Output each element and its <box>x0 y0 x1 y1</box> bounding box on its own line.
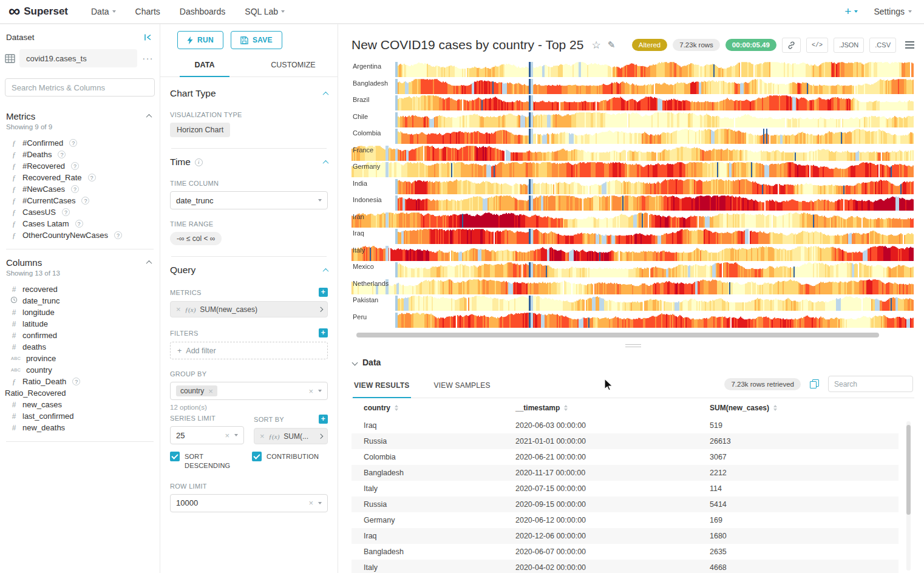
sort-descending-checkbox[interactable]: SORT DESCENDING <box>170 452 246 470</box>
tab-customize[interactable]: CUSTOMIZE <box>249 55 338 76</box>
column-item[interactable]: #longitude <box>5 307 155 318</box>
table-row[interactable]: Bangladesh2020-06-07 00:00:002635 <box>352 544 899 560</box>
remove-metric-icon[interactable]: × <box>176 305 181 313</box>
metric-item[interactable]: ƒ#Recovered? <box>5 160 155 172</box>
table-row[interactable]: Bangladesh2020-11-17 00:00:002212 <box>352 465 899 481</box>
column-item[interactable]: #deaths <box>5 341 155 353</box>
table-row[interactable]: Italy2020-04-02 00:00:004668 <box>352 560 899 573</box>
group-by-select[interactable]: country × × <box>170 382 328 400</box>
panel-resize-handle[interactable] <box>352 338 914 353</box>
sort-icon[interactable] <box>564 405 568 411</box>
horizontal-scrollbar-thumb[interactable] <box>356 333 879 337</box>
collapse-columns-icon[interactable] <box>146 260 152 266</box>
save-button[interactable]: SAVE <box>231 31 282 49</box>
metric-item[interactable]: ƒ#CurrentCases? <box>5 195 155 206</box>
add-filter-plus-button[interactable]: + <box>319 328 328 337</box>
table-row[interactable]: Italy2020-07-15 00:00:00114 <box>352 481 899 497</box>
column-item[interactable]: ƒRatio_Death? <box>5 376 155 387</box>
column-item[interactable]: ABCcountry <box>5 364 155 376</box>
add-sort-by-button[interactable]: + <box>319 415 328 424</box>
settings-menu[interactable]: Settings <box>874 7 912 16</box>
collapse-section-icon[interactable] <box>323 91 329 97</box>
tab-data[interactable]: DATA <box>160 55 249 76</box>
table-row[interactable]: Iraq2020-12-06 00:00:001680 <box>352 528 899 544</box>
copy-data-icon[interactable] <box>810 379 819 388</box>
column-item[interactable]: Ratio_Recovered <box>5 387 155 399</box>
collapse-section-icon[interactable] <box>323 268 329 274</box>
nav-item-charts[interactable]: Charts <box>135 7 160 16</box>
superset-logo-icon[interactable]: ∞ <box>8 3 20 19</box>
clear-select-icon[interactable]: × <box>308 499 313 507</box>
favorite-star-icon[interactable]: ☆ <box>591 39 600 52</box>
metric-chip[interactable]: × ƒ(x) SUM(new_cases) <box>170 301 328 317</box>
collapse-metrics-icon[interactable] <box>146 114 152 120</box>
altered-badge[interactable]: Altered <box>632 39 667 51</box>
table-row[interactable]: Germany2020-06-12 00:00:00169 <box>352 512 899 528</box>
nav-item-sql-lab[interactable]: SQL Lab <box>245 7 285 16</box>
time-range-chip[interactable]: -∞ ≤ col < ∞ <box>170 232 222 245</box>
metrics-columns-search[interactable] <box>5 78 155 97</box>
column-item[interactable]: #new_cases <box>5 399 155 410</box>
viz-type-chip[interactable]: Horizon Chart <box>170 123 230 137</box>
column-item[interactable]: #confirmed <box>5 330 155 341</box>
horizon-chart[interactable]: ArgentinaBangladeshBrazilChileColombiaFr… <box>352 62 914 329</box>
brand-name[interactable]: Superset <box>24 5 68 18</box>
column-item[interactable]: date_trunc <box>5 295 155 307</box>
column-header-sum-new-cases-[interactable]: SUM(new_cases) <box>698 398 899 418</box>
metric-item[interactable]: ƒ#Confirmed? <box>5 137 155 149</box>
remove-sort-by-icon[interactable]: × <box>260 432 265 440</box>
export-csv-button[interactable]: .CSV <box>869 38 896 53</box>
column-item[interactable]: ABCprovince <box>5 353 155 364</box>
column-header-country[interactable]: country <box>352 398 503 418</box>
sort-icon[interactable] <box>395 405 398 411</box>
edit-title-icon[interactable]: ✎ <box>608 39 616 50</box>
tab-view-results[interactable]: VIEW RESULTS <box>353 376 411 398</box>
nav-item-data[interactable]: Data <box>91 7 116 16</box>
clear-select-icon[interactable]: × <box>308 387 313 395</box>
metric-item[interactable]: ƒ#Deaths? <box>5 149 155 160</box>
collapse-panel-icon[interactable] <box>143 33 152 41</box>
sort-by-chip[interactable]: × ƒ(x) SUM(... <box>254 428 328 444</box>
results-search-input[interactable] <box>828 376 913 392</box>
metric-item[interactable]: ƒRecovered_Rate? <box>5 172 155 183</box>
nav-item-dashboards[interactable]: Dashboards <box>180 7 226 16</box>
metric-item[interactable]: ƒ#NewCases? <box>5 183 155 195</box>
export-json-button[interactable]: .JSON <box>834 38 864 53</box>
remove-group-by-icon[interactable]: × <box>208 387 213 395</box>
column-item[interactable]: #latitude <box>5 318 155 330</box>
collapse-section-icon[interactable] <box>323 160 329 166</box>
time-column-select[interactable]: date_trunc <box>170 191 328 209</box>
metric-item[interactable]: ƒCasesUS? <box>5 206 155 218</box>
metric-item[interactable]: ƒOtherCountryNewCases? <box>5 229 155 241</box>
new-item-button[interactable]: + <box>844 5 858 18</box>
group-by-chip[interactable]: country × <box>176 385 217 396</box>
dataset-options-icon[interactable]: ··· <box>141 53 155 63</box>
search-input[interactable] <box>5 78 155 97</box>
row-limit-select[interactable]: 10000 × <box>170 494 328 512</box>
chart-menu-icon[interactable] <box>905 41 914 49</box>
add-filter-button[interactable]: + Add filter <box>170 342 328 359</box>
column-item[interactable]: #new_deaths <box>5 422 155 433</box>
run-button[interactable]: RUN <box>177 31 223 49</box>
vertical-scrollbar-thumb[interactable] <box>906 425 911 515</box>
table-row[interactable]: Russia2020-09-15 00:00:005414 <box>352 497 899 512</box>
contribution-checkbox[interactable]: CONTRIBUTION <box>252 452 328 470</box>
table-row[interactable]: Colombia2020-06-21 00:00:003067 <box>352 449 899 465</box>
table-row[interactable]: Russia2021-01-01 00:00:0026613 <box>352 433 899 449</box>
metric-item[interactable]: ƒCases Latam? <box>5 218 155 229</box>
collapse-data-icon[interactable] <box>352 359 358 365</box>
column-item[interactable]: #last_confirmed <box>5 410 155 422</box>
add-metric-button[interactable]: + <box>319 288 328 297</box>
copy-link-button[interactable] <box>782 38 801 53</box>
embed-code-button[interactable]: </> <box>806 38 828 53</box>
tab-view-samples[interactable]: VIEW SAMPLES <box>433 376 492 398</box>
dataset-name[interactable]: covid19.cases_ts <box>19 49 137 67</box>
chevron-right-icon[interactable] <box>318 434 322 439</box>
column-item[interactable]: #recovered <box>5 283 155 295</box>
clear-select-icon[interactable]: × <box>225 432 229 439</box>
sort-icon[interactable] <box>773 405 777 411</box>
table-row[interactable]: Iraq2020-06-03 00:00:00519 <box>352 418 899 433</box>
column-header--timestamp[interactable]: __timestamp <box>503 398 698 418</box>
chevron-right-icon[interactable] <box>318 307 322 312</box>
series-limit-select[interactable]: 25 × <box>170 426 244 444</box>
